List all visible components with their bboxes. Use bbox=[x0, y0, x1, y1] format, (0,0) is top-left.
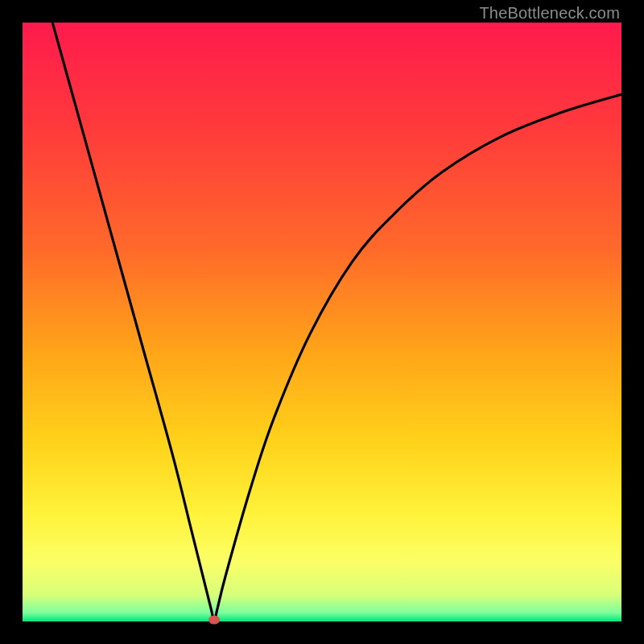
plot-area bbox=[23, 23, 621, 621]
bottleneck-curve bbox=[23, 23, 621, 621]
watermark-text: TheBottleneck.com bbox=[479, 4, 620, 23]
optimal-point-marker bbox=[208, 616, 220, 625]
